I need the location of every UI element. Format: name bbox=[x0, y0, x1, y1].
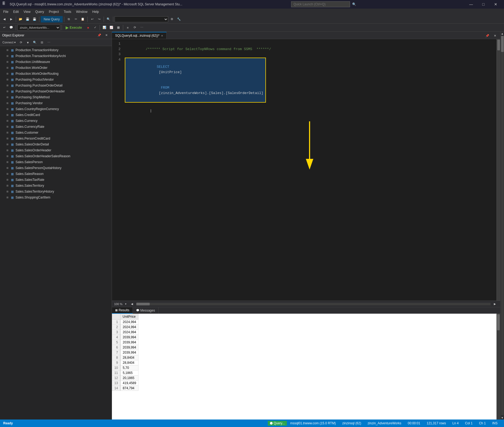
editor-scrollbar-thumb[interactable] bbox=[497, 40, 500, 50]
results-tab-messages[interactable]: 💬 Messages bbox=[133, 307, 159, 314]
results-table-container[interactable]: UnitPrice 1 2024,994 2 2024,994 3 2024,9… bbox=[112, 314, 497, 419]
copy-button[interactable]: ⧉ bbox=[66, 16, 72, 23]
results-grid-button[interactable]: ▦ bbox=[115, 24, 122, 31]
tree-item[interactable]: ⊞ ▦ Sales.SalesOrderHeader bbox=[0, 147, 112, 153]
oe-connect-button[interactable]: Connect ▾ bbox=[1, 39, 17, 46]
comment-button[interactable]: 💬 bbox=[8, 24, 14, 31]
code-editor[interactable]: /****** Script for SelectTopNRows comman… bbox=[123, 39, 497, 301]
back-button[interactable]: ◀ bbox=[1, 16, 7, 23]
oe-close-button[interactable]: ✕ bbox=[103, 32, 110, 39]
menu-project[interactable]: Project bbox=[47, 9, 61, 14]
tools-button[interactable]: 🔧 bbox=[176, 16, 182, 23]
format-button[interactable]: ≡ bbox=[125, 24, 131, 31]
tree-item[interactable]: ⊞ ▦ Sales.SalesReason bbox=[0, 171, 112, 177]
scroll-up-button[interactable]: ▲ bbox=[501, 32, 504, 35]
open-button[interactable]: 📂 bbox=[17, 16, 24, 23]
solution-dropdown[interactable] bbox=[115, 16, 168, 22]
scroll-down-button[interactable]: ▼ bbox=[501, 416, 504, 419]
status-ch: Ch 1 bbox=[476, 421, 489, 425]
tree-item[interactable]: ⊞ ▦ Sales.SalesTerritoryHistory bbox=[0, 189, 112, 194]
h-scrollbar[interactable] bbox=[136, 303, 491, 305]
editor-scrollbar[interactable] bbox=[497, 39, 500, 301]
menu-edit[interactable]: Edit bbox=[11, 9, 21, 14]
tree-item[interactable]: ⊞ ▦ Sales.SalesOrderDetail bbox=[0, 141, 112, 147]
more-button[interactable]: ⋯ bbox=[138, 24, 145, 31]
stop-button[interactable]: ■ bbox=[85, 24, 91, 31]
oe-collapse-button[interactable]: ⊟ bbox=[39, 39, 45, 46]
tree-item[interactable]: ⊞ ▦ Purchasing.Vendor bbox=[0, 100, 112, 106]
zoom-dropdown-button[interactable]: ▾ bbox=[122, 301, 129, 307]
tree-item[interactable]: ⊞ ▦ Production.WorkOrder bbox=[0, 65, 112, 71]
maximize-button[interactable]: □ bbox=[477, 0, 490, 9]
row-number: 1 bbox=[112, 320, 121, 325]
tree-item[interactable]: ⊞ ▦ Production.TransactionHistory bbox=[0, 47, 112, 53]
trace-button[interactable]: ⟳ bbox=[131, 24, 138, 31]
close-tab-button[interactable]: ✕ bbox=[492, 32, 498, 39]
tree-item[interactable]: ⊞ ▦ Purchasing.PurchaseOrderHeader bbox=[0, 88, 112, 94]
scroll-left-button[interactable]: ◀ bbox=[129, 301, 135, 307]
tab-close-button[interactable]: ✕ bbox=[161, 34, 163, 37]
oe-refresh-button[interactable]: ⟳ bbox=[18, 39, 24, 46]
cut-button[interactable]: ✂ bbox=[73, 16, 79, 23]
tree-item[interactable]: ⊞ ▦ Sales.SalesOrderHeaderSalesReason bbox=[0, 153, 112, 159]
tree-item[interactable]: ⊞ ▦ Sales.PersonCreditCard bbox=[0, 136, 112, 141]
parse-button[interactable]: ✓ bbox=[92, 24, 98, 31]
tree-item[interactable]: ⊞ ▦ Purchasing.PurchaseOrderDetail bbox=[0, 83, 112, 88]
h-scrollbar-thumb[interactable] bbox=[136, 303, 150, 305]
new-query-button[interactable]: New Query bbox=[41, 16, 63, 23]
oe-tree[interactable]: ⊞ ▦ Production.TransactionHistory ⊞ ▦ Pr… bbox=[0, 46, 112, 419]
tree-item[interactable]: ⊞ ▦ Sales.SalesPersonQuotaHistory bbox=[0, 165, 112, 171]
tree-item[interactable]: ⊞ ▦ Sales.Currency bbox=[0, 118, 112, 124]
settings-button[interactable]: ⚙ bbox=[169, 16, 175, 23]
tree-item[interactable]: ⊞ ▦ Sales.SalesPerson bbox=[0, 159, 112, 165]
close-button[interactable]: ✕ bbox=[490, 0, 502, 9]
menu-window[interactable]: Window bbox=[74, 9, 90, 14]
include-ep-button[interactable]: 📈 bbox=[108, 24, 115, 31]
results-scrollbar[interactable] bbox=[497, 314, 500, 419]
menu-view[interactable]: View bbox=[21, 9, 33, 14]
save-button[interactable]: 💾 bbox=[24, 16, 31, 23]
quick-launch-input[interactable] bbox=[291, 1, 350, 7]
menu-file[interactable]: File bbox=[1, 9, 10, 14]
undo-button[interactable]: ↩ bbox=[89, 16, 95, 23]
tree-item[interactable]: ⊞ ▦ Sales.CreditCard bbox=[0, 112, 112, 118]
results-tab-results[interactable]: ▦ Results bbox=[112, 307, 133, 314]
col-unitprice-header[interactable]: UnitPrice bbox=[120, 314, 138, 320]
oe-more-button[interactable]: ⋯ bbox=[46, 39, 52, 46]
save-all-button[interactable]: 💾 bbox=[31, 16, 38, 23]
results-scrollbar-thumb[interactable] bbox=[497, 314, 500, 330]
editor-tab[interactable]: SQLQuery8.sql...inzinsql (62))* ✕ bbox=[112, 32, 167, 39]
search-button[interactable]: 🔍 bbox=[105, 16, 112, 23]
display-ep-button[interactable]: 📊 bbox=[101, 24, 108, 31]
oe-search-button[interactable]: 🔍 bbox=[32, 39, 38, 46]
database-dropdown[interactable]: zinzin_AdventureWo... bbox=[17, 25, 60, 31]
tree-item[interactable]: ⊞ ▦ Sales.ShoppingCartItem bbox=[0, 194, 112, 200]
main-right-scrollbar[interactable]: ▲ ▼ bbox=[500, 32, 504, 419]
v-scrollbar-thumb[interactable] bbox=[501, 36, 504, 52]
tree-item[interactable]: ⊞ ▦ Sales.CurrencyRate bbox=[0, 124, 112, 130]
tree-item[interactable]: ⊞ ▦ Production.TransactionHistoryArchi bbox=[0, 53, 112, 59]
results-content[interactable]: UnitPrice 1 2024,994 2 2024,994 3 2024,9… bbox=[112, 314, 500, 419]
forward-button[interactable]: ▶ bbox=[8, 16, 14, 23]
menu-help[interactable]: Help bbox=[90, 9, 101, 14]
oe-filter-button[interactable]: ▼ bbox=[25, 39, 31, 46]
tree-item[interactable]: ⊞ ▦ Sales.SalesTaxRate bbox=[0, 177, 112, 183]
tree-item[interactable]: ⊞ ▦ Purchasing.ProductVendor bbox=[0, 77, 112, 83]
menu-tools[interactable]: Tools bbox=[62, 9, 73, 14]
scroll-right-button[interactable]: ▶ bbox=[492, 301, 498, 307]
paste-button[interactable]: 📋 bbox=[80, 16, 86, 23]
v-scrollbar-track[interactable] bbox=[501, 36, 504, 415]
minimize-button[interactable]: — bbox=[465, 0, 477, 9]
tree-item[interactable]: ⊞ ▦ Production.UnitMeasure bbox=[0, 59, 112, 65]
oe-pin-button[interactable]: 📌 bbox=[96, 32, 103, 39]
execute-button[interactable]: ▶ Execute bbox=[63, 25, 84, 31]
pin-tab-button[interactable]: 📌 bbox=[484, 32, 491, 39]
tree-item[interactable]: ⊞ ▦ Sales.SalesTerritory bbox=[0, 183, 112, 189]
tree-item[interactable]: ⊞ ▦ Sales.Customer bbox=[0, 130, 112, 136]
tree-item[interactable]: ⊞ ▦ Sales.CountryRegionCurrency bbox=[0, 106, 112, 112]
menu-query[interactable]: Query bbox=[33, 9, 46, 14]
tree-item[interactable]: ⊞ ▦ Purchasing.ShipMethod bbox=[0, 94, 112, 100]
redo-button[interactable]: ↪ bbox=[96, 16, 102, 23]
indent-button[interactable]: ↵ bbox=[1, 24, 7, 31]
tree-item[interactable]: ⊞ ▦ Production.WorkOrderRouting bbox=[0, 71, 112, 77]
